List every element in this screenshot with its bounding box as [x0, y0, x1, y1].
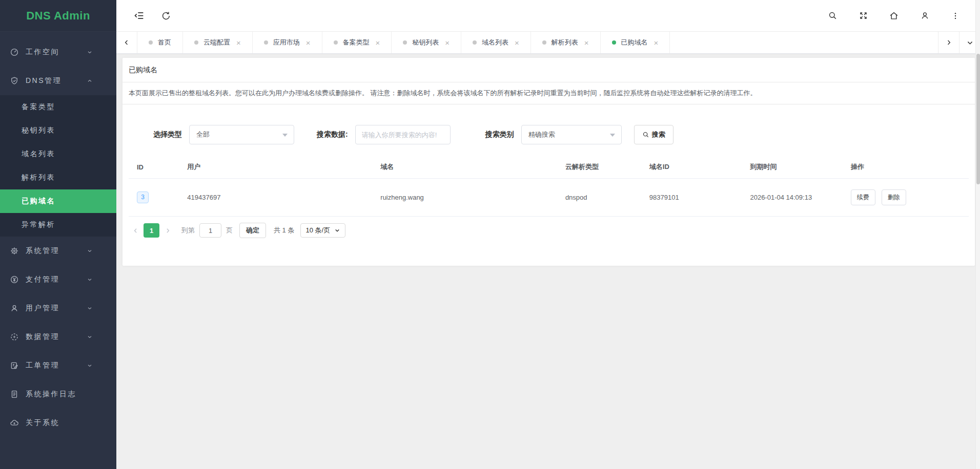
search-input[interactable] [355, 125, 451, 144]
sidebar-item-dns-management[interactable]: DNS管理 [0, 67, 116, 95]
tab-status-dot [403, 40, 407, 45]
delete-button[interactable]: 删除 [882, 189, 906, 205]
sidebar-subitem-label: 域名列表 [22, 150, 55, 159]
sidebar-subitem-abnormal-resolve[interactable]: 异常解析 [0, 213, 116, 237]
close-icon[interactable]: × [306, 39, 311, 47]
next-page-icon[interactable] [163, 223, 172, 238]
type-select[interactable]: 全部 [189, 125, 294, 144]
home-icon[interactable] [888, 10, 900, 22]
sidebar-subitem-resolve-list[interactable]: 解析列表 [0, 166, 116, 189]
user-avatar-icon[interactable] [918, 10, 931, 22]
log-icon [10, 390, 19, 399]
page-description: 本页面展示已售出的整租域名列表。您可以在此为用户办理域名续费或删除操作。 请注意… [122, 82, 975, 104]
sidebar-menu: 工作空间 DNS管理 备案类型 秘钥列表 域名列表 解析列表 已购域名 异常解析 [0, 32, 116, 437]
tab-status-dot [612, 40, 616, 45]
tab-resolve-list[interactable]: 解析列表 × [531, 32, 601, 53]
fullscreen-icon[interactable] [857, 10, 869, 22]
tab-label: 域名列表 [482, 38, 508, 47]
tab-record-type[interactable]: 备案类型 × [322, 32, 392, 53]
chevron-down-icon [87, 334, 93, 340]
sidebar-item-system-logs[interactable]: 系统操作日志 [0, 380, 116, 409]
column-header-cloud-type: 云解析类型 [557, 158, 641, 179]
category-select-value: 精确搜索 [528, 130, 555, 139]
prev-page-icon[interactable] [131, 223, 140, 238]
sidebar-item-about-system[interactable]: 关于系统 [0, 409, 116, 437]
close-icon[interactable]: × [654, 39, 659, 47]
sidebar-item-label: 支付管理 [26, 275, 59, 284]
close-icon[interactable]: × [445, 39, 450, 47]
sidebar-item-data-management[interactable]: 数据管理 [0, 323, 116, 351]
sidebar: DNS Admin 工作空间 DNS管理 备案类型 秘钥列表 域名列表 解析列表 [0, 0, 116, 469]
sidebar-item-system-management[interactable]: 系统管理 [0, 237, 116, 265]
goto-page-input[interactable] [199, 223, 221, 238]
column-header-id: ID [129, 158, 179, 179]
sidebar-item-label: 工作空间 [26, 48, 59, 57]
sidebar-subitem-record-type[interactable]: 备案类型 [0, 95, 116, 119]
sidebar-subitem-label: 备案类型 [22, 102, 55, 112]
search-data-group: 搜索数据: [317, 125, 451, 144]
total-count-label: 共 1 条 [274, 226, 294, 235]
tab-label: 首页 [158, 38, 171, 47]
column-header-actions: 操作 [843, 158, 969, 179]
sidebar-item-label: DNS管理 [26, 76, 62, 86]
close-icon[interactable]: × [236, 39, 241, 47]
close-icon[interactable]: × [376, 39, 380, 47]
confirm-button[interactable]: 确定 [239, 223, 266, 238]
sidebar-subitem-label: 解析列表 [22, 173, 55, 182]
sidebar-item-label: 工单管理 [26, 361, 59, 370]
tab-purchased-domain[interactable]: 已购域名 × [601, 32, 670, 53]
sidebar-item-workspace[interactable]: 工作空间 [0, 38, 116, 67]
cell-user: 419437697 [179, 179, 372, 217]
page-number-button[interactable]: 1 [144, 223, 159, 238]
more-kebab-icon[interactable] [949, 10, 962, 22]
tab-status-dot [264, 40, 268, 45]
tabs-scroll-right-icon[interactable] [938, 32, 959, 53]
id-badge: 3 [137, 191, 149, 203]
close-icon[interactable]: × [515, 39, 519, 47]
user-icon [10, 304, 19, 313]
tab-key-list[interactable]: 秘钥列表 × [392, 32, 461, 53]
table-row: 3 419437697 ruizheng.wang dnspod 9837910… [129, 179, 969, 217]
sidebar-subitem-label: 已购域名 [22, 197, 55, 206]
sidebar-fold-icon[interactable] [133, 10, 145, 22]
sidebar-item-ticket-management[interactable]: 工单管理 [0, 351, 116, 380]
scrollbar-thumb[interactable] [976, 54, 980, 184]
column-header-expire-time: 到期时间 [742, 158, 843, 179]
search-icon[interactable] [826, 10, 839, 22]
tab-label: 已购域名 [621, 38, 648, 47]
sidebar-subitem-domain-list[interactable]: 域名列表 [0, 142, 116, 166]
sidebar-subitem-purchased-domain[interactable]: 已购域名 [0, 189, 116, 213]
sidebar-item-user-management[interactable]: 用户管理 [0, 294, 116, 323]
page-scrollbar[interactable] [975, 0, 980, 469]
sidebar-item-payment-management[interactable]: 支付管理 [0, 265, 116, 294]
close-icon[interactable]: × [584, 39, 589, 47]
search-data-label: 搜索数据: [317, 130, 348, 139]
tab-app-market[interactable]: 应用市场 × [253, 32, 322, 53]
page-size-select[interactable]: 10 条/页 [300, 223, 345, 238]
page-size-value: 10 条/页 [305, 226, 330, 235]
tabs-scroll-left-icon[interactable] [116, 32, 137, 53]
domains-table: ID 用户 域名 云解析类型 域名ID 到期时间 操作 3 419437697 … [129, 158, 969, 217]
renew-button[interactable]: 续费 [851, 189, 875, 205]
tab-domain-list[interactable]: 域名列表 × [461, 32, 531, 53]
refresh-icon[interactable] [160, 10, 172, 22]
tab-cloud-config[interactable]: 云端配置 × [183, 32, 253, 53]
gear-icon [10, 246, 19, 255]
chevron-down-icon [87, 248, 93, 254]
type-select-value: 全部 [196, 130, 210, 139]
chevron-down-icon [334, 227, 340, 233]
sidebar-subitem-label: 秘钥列表 [22, 126, 55, 135]
tab-label: 云端配置 [203, 38, 230, 47]
goto-prefix-label: 到第 [181, 226, 195, 235]
page-content: 已购域名 本页面展示已售出的整租域名列表。您可以在此为用户办理域名续费或删除操作… [116, 54, 980, 469]
sidebar-item-label: 用户管理 [26, 304, 59, 313]
shield-icon [10, 76, 19, 86]
category-select[interactable]: 精确搜索 [521, 125, 622, 144]
sidebar-subitem-key-list[interactable]: 秘钥列表 [0, 119, 116, 142]
chevron-down-icon [87, 305, 93, 311]
search-icon [642, 131, 649, 138]
cell-cloud-type: dnspod [557, 179, 641, 217]
column-header-domain-id: 域名ID [641, 158, 742, 179]
tab-home[interactable]: 首页 [137, 32, 183, 53]
search-button[interactable]: 搜索 [634, 125, 673, 144]
